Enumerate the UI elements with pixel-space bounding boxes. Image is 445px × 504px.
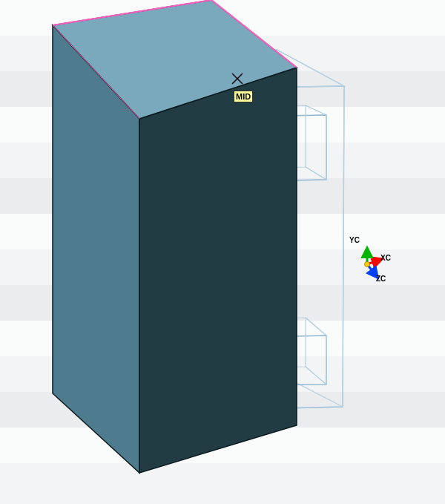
- view-triad[interactable]: YC XC ZC: [345, 242, 389, 287]
- svg-line-10: [306, 318, 326, 336]
- snap-label: MID: [234, 91, 253, 102]
- axis-label-z: ZC: [376, 275, 386, 283]
- svg-line-4: [306, 105, 326, 115]
- svg-line-11: [306, 367, 326, 384]
- solid-face-front: [139, 68, 297, 473]
- cad-viewport[interactable]: MID YC XC ZC: [0, 0, 445, 504]
- svg-line-5: [306, 167, 326, 180]
- svg-point-18: [365, 262, 370, 267]
- axis-label-x: XC: [380, 254, 391, 262]
- axis-label-y: YC: [349, 236, 360, 244]
